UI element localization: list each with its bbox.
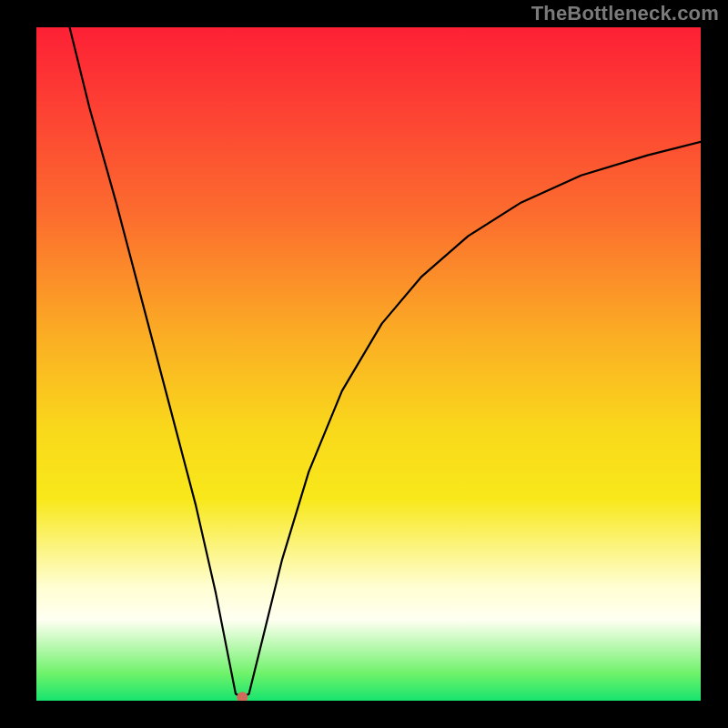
bottleneck-curve — [70, 27, 702, 697]
optimal-point-marker — [237, 692, 248, 701]
plot-area — [36, 27, 701, 701]
chart-svg — [36, 27, 701, 701]
chart-frame: TheBottleneck.com — [0, 0, 728, 728]
watermark-text: TheBottleneck.com — [531, 2, 719, 25]
